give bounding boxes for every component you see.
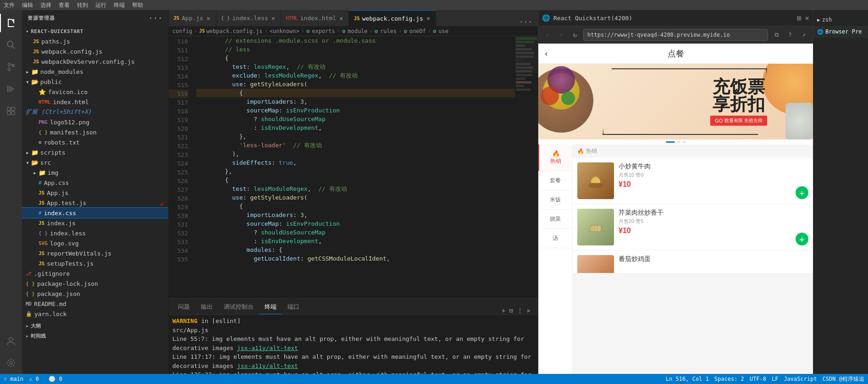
- sidebar-more-icon[interactable]: ···: [148, 14, 163, 22]
- status-lang[interactable]: JavaScript: [784, 376, 817, 382]
- panel-split-icon[interactable]: ⊟: [509, 307, 513, 314]
- panel-close-icon[interactable]: ×: [527, 307, 531, 314]
- tab-app-js[interactable]: JS App.js ×: [169, 10, 216, 26]
- tab-close-icon[interactable]: ×: [205, 14, 211, 23]
- browser-help-btn[interactable]: ?: [785, 29, 796, 40]
- tree-item-node-modules[interactable]: ▸ 📁 node_modules: [22, 67, 168, 77]
- breadcrumb-item-unknown[interactable]: <unknown>: [270, 28, 299, 34]
- tab-close-icon3[interactable]: ×: [338, 14, 344, 23]
- menu-查看[interactable]: 查看: [59, 1, 70, 9]
- panel-tab-debug[interactable]: 调试控制台: [218, 300, 259, 314]
- category-rice[interactable]: 米饭: [538, 190, 572, 210]
- breadcrumb-item-oneof[interactable]: ⚙oneOf: [404, 28, 426, 34]
- menu-运行[interactable]: 运行: [95, 1, 106, 9]
- tabs-more-icon[interactable]: ···: [517, 17, 534, 26]
- tree-item-index-js[interactable]: JS index.js: [22, 218, 168, 228]
- status-branch[interactable]: ⑂ main: [4, 376, 23, 382]
- menu-item-1-add-btn[interactable]: +: [796, 186, 808, 199]
- browser-forward-btn[interactable]: ›: [556, 29, 567, 40]
- tree-item-img[interactable]: ▸ 📁 img: [22, 167, 168, 178]
- panel-tab-terminal[interactable]: 终端: [259, 300, 282, 314]
- files-activity-icon[interactable]: [0, 12, 22, 34]
- browser-back-btn[interactable]: ‹: [542, 29, 553, 40]
- menu-帮助[interactable]: 帮助: [132, 1, 143, 9]
- search-activity-icon[interactable]: [0, 34, 22, 56]
- tree-item-index-less[interactable]: { } index.less: [22, 228, 168, 238]
- menu-编辑[interactable]: 编辑: [22, 1, 33, 9]
- browser-expand-icon[interactable]: ⊞: [797, 14, 802, 22]
- tree-item-manifest[interactable]: { } manifest.json: [22, 127, 168, 137]
- browser-open-btn[interactable]: ↗: [798, 29, 809, 40]
- status-spaces[interactable]: Spaces: 2: [714, 376, 744, 382]
- right-panel-browser-pre[interactable]: 🌐 Browser Pre: [813, 26, 868, 38]
- breadcrumb-item-module[interactable]: ⚙module: [342, 28, 368, 34]
- account-activity-icon[interactable]: [0, 330, 22, 352]
- tree-item-paths[interactable]: JS paths.js: [22, 36, 168, 46]
- status-encoding[interactable]: UTF-8: [750, 376, 766, 382]
- category-hot[interactable]: 🔥 热销: [538, 145, 572, 171]
- menu-文件[interactable]: 文件: [4, 1, 15, 9]
- menu-转到[interactable]: 转到: [77, 1, 88, 9]
- settings-activity-icon[interactable]: [0, 352, 22, 374]
- tree-item-app-js[interactable]: JS App.js: [22, 188, 168, 198]
- tree-item-public[interactable]: ▾ 📂 public: [22, 77, 168, 87]
- breadcrumb-item-exports[interactable]: ⚙exports: [306, 28, 335, 34]
- tree-item-gitignore[interactable]: ⎇ .gitignore: [22, 268, 168, 278]
- tab-close-icon4[interactable]: ×: [426, 14, 431, 23]
- code-content[interactable]: // extensions .module.scss or .module.sa…: [192, 36, 515, 298]
- status-eol[interactable]: LF: [772, 376, 778, 382]
- tab-index-html[interactable]: HTML index.html ×: [281, 10, 349, 26]
- panel-content[interactable]: WARNING in [eslint] src/App.js Line 55:7…: [169, 315, 538, 374]
- tree-item-report[interactable]: JS reportWebVitals.js: [22, 248, 168, 258]
- breadcrumb-item-use[interactable]: ⚙use: [433, 28, 448, 34]
- tree-item-package[interactable]: { } package.json: [22, 289, 168, 299]
- panel-tab-output[interactable]: 输出: [195, 300, 218, 314]
- extensions-activity-icon[interactable]: [0, 100, 22, 122]
- tree-item-logo-svg[interactable]: SVG logo.svg: [22, 238, 168, 248]
- panel-tab-ports[interactable]: 端口: [282, 300, 305, 314]
- tab-webpack-config[interactable]: JS webpack.config.js ×: [349, 10, 436, 26]
- tree-item-index-html[interactable]: HTML index.html: [22, 97, 168, 107]
- browser-refresh-btn[interactable]: ↻: [569, 29, 581, 40]
- category-set[interactable]: 套餐: [538, 171, 572, 190]
- tree-item-index-css[interactable]: # index.css: [22, 208, 168, 218]
- tree-item-extensions[interactable]: 扩展 (Ctrl+Shift+X): [22, 107, 168, 117]
- tree-item-src[interactable]: ▾ 📂 src: [22, 157, 168, 167]
- source-control-activity-icon[interactable]: [0, 56, 22, 78]
- tree-item-webpack-dev[interactable]: JS webpackDevServer.config.js: [22, 56, 168, 67]
- panel-add-icon[interactable]: +: [502, 307, 505, 314]
- tab-close-icon2[interactable]: ×: [271, 14, 276, 23]
- tree-item-setup[interactable]: JS setupTests.js: [22, 258, 168, 268]
- tree-item-readme[interactable]: MD README.md: [22, 299, 168, 309]
- tree-item-scripts[interactable]: ▸ 📁 scripts: [22, 147, 168, 157]
- code-editor[interactable]: 510511512513514 515516517518519 52052152…: [169, 36, 538, 298]
- app-back-icon[interactable]: ‹: [544, 49, 549, 58]
- category-stir[interactable]: 烧菜: [538, 210, 572, 229]
- project-root-item[interactable]: ▾ REACT-QUICKSTART: [22, 26, 168, 36]
- panel-more-icon[interactable]: ⋮: [517, 307, 523, 314]
- tree-item-package-lock[interactable]: { } package-lock.json: [22, 278, 168, 289]
- sidebar-content[interactable]: ▾ REACT-QUICKSTART JS paths.js JS webpac…: [22, 26, 168, 374]
- tab-index-less[interactable]: { } index.less ×: [216, 10, 282, 26]
- status-position[interactable]: Ln 516, Col 1: [666, 376, 709, 382]
- breadcrumb-item-config[interactable]: config: [172, 28, 192, 34]
- browser-copy-btn[interactable]: ⧉: [771, 29, 782, 40]
- timeline-section[interactable]: ▸ 时间线: [22, 331, 168, 341]
- tree-item-webpack-config[interactable]: JS webpack.config.js: [22, 46, 168, 56]
- browser-url-bar[interactable]: https://rwwwjt-qveaqd-4200.preview.myide…: [583, 29, 768, 41]
- breadcrumb-item-rules[interactable]: ⚙rules: [375, 28, 397, 34]
- run-activity-icon[interactable]: [0, 78, 22, 100]
- breadcrumb-item-file[interactable]: JS webpack.config.js: [199, 28, 263, 34]
- tree-item-app-test[interactable]: JS App.test.js ↙: [22, 198, 168, 208]
- tree-item-yarn-lock[interactable]: 🔒 yarn.lock: [22, 309, 168, 319]
- menu-选择[interactable]: 选择: [40, 1, 51, 9]
- right-panel-zsh[interactable]: ▶ zsh: [813, 14, 868, 26]
- tree-item-logo512[interactable]: PNG logo512.png: [22, 117, 168, 127]
- status-errors[interactable]: ⚠ 0 ⚪ 0: [29, 376, 62, 382]
- browser-close-icon[interactable]: ×: [805, 14, 809, 22]
- tree-item-favicon[interactable]: ⭐ favicon.ico: [22, 87, 168, 97]
- banner-go-btn[interactable]: GO 数量有限 先抢先得: [710, 116, 767, 126]
- outline-section[interactable]: ▸ 大纲: [22, 321, 168, 331]
- category-soup[interactable]: 汤: [538, 229, 572, 248]
- menu-item-2-add-btn[interactable]: +: [796, 233, 808, 245]
